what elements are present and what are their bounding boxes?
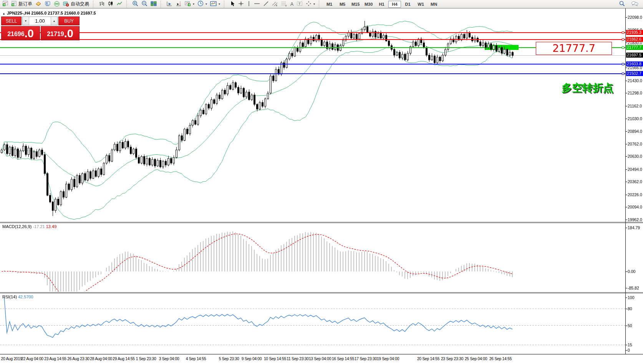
time-axis-label: 4 Sep 14:55: [186, 357, 206, 361]
support-line[interactable]: [0, 64, 625, 65]
price-axis-tick: 21430.0: [628, 78, 642, 83]
timeframe-h4[interactable]: H4: [388, 1, 401, 8]
annotation-text[interactable]: 多空转折点: [562, 81, 613, 95]
price-axis-tick: 20094.0: [628, 205, 642, 209]
periods-button[interactable]: ▾: [196, 0, 209, 8]
search-button[interactable]: [617, 0, 626, 8]
new-chart-button[interactable]: [1, 0, 10, 8]
template-icon: [210, 1, 217, 8]
time-axis-label: 20 Sep 14:55: [417, 357, 439, 361]
toolbar-separator: [93, 1, 96, 8]
zoom-in-button[interactable]: [131, 0, 140, 8]
panel-divider: [0, 293, 643, 293]
horizontal-line-icon: [254, 1, 260, 8]
rsi-value: 42.5700: [18, 295, 33, 299]
panel-divider[interactable]: [0, 292, 643, 293]
signals-button[interactable]: [52, 0, 61, 8]
timeframe-m15[interactable]: M15: [349, 1, 362, 8]
rsi-axis-tick: 0: [628, 348, 630, 352]
price-axis-tick: 20630.0: [628, 154, 642, 159]
tile-windows-button[interactable]: [149, 0, 158, 8]
market-watch-button[interactable]: [34, 0, 43, 8]
chevron-down-icon: ▾: [193, 2, 194, 6]
timeframe-d1[interactable]: D1: [401, 1, 414, 8]
auto-trading-button[interactable]: 自动交易: [61, 0, 91, 8]
time-axis-label: 16 Sep 14:55: [332, 357, 354, 361]
cursor-tool-button[interactable]: [228, 0, 237, 8]
price-level-label: 21935.3: [626, 30, 643, 35]
zoom-out-button[interactable]: [140, 0, 149, 8]
macd-indicator-label: MACD(12,26,9) -17.21 13.49: [2, 224, 56, 229]
line-anchor-marker[interactable]: [622, 38, 624, 41]
vertical-line-tool-button[interactable]: [245, 0, 252, 8]
time-axis-label: 29 Aug 14:55: [113, 357, 135, 361]
time-axis-label: 3 Sep 04:00: [159, 357, 179, 361]
auto-trading-icon: [63, 1, 69, 8]
line-anchor-marker[interactable]: [622, 46, 624, 49]
volume-input[interactable]: 1.00: [29, 17, 51, 25]
price-axis-tick: 21162.0: [628, 104, 642, 108]
timeframe-w1[interactable]: W1: [414, 1, 427, 8]
timeframe-mn[interactable]: MN: [428, 1, 440, 8]
price-axis-tick: 20494.0: [628, 167, 642, 172]
text-tool-button[interactable]: A: [289, 0, 295, 8]
timeframe-h1[interactable]: H1: [375, 1, 388, 8]
line-anchor-marker[interactable]: [622, 73, 624, 75]
price-axis-tick: 22098.0: [628, 15, 642, 20]
auto-scroll-button[interactable]: [165, 0, 174, 8]
volume-increase-button[interactable]: ▲: [51, 17, 57, 25]
sell-price-display[interactable]: 21696.0: [1, 26, 40, 40]
zoom-in-icon: [132, 0, 138, 8]
svg-text:T: T: [298, 2, 301, 6]
sell-button[interactable]: SELL: [1, 17, 22, 25]
collapse-panel-icon[interactable]: ▲: [2, 12, 5, 15]
arrows-tool-button[interactable]: ▾: [304, 0, 317, 8]
rsi-axis-tick: 15: [628, 342, 632, 347]
time-axis-line: [0, 354, 643, 354]
equidistant-channel-tool-button[interactable]: E: [270, 0, 280, 8]
buy-price-display[interactable]: 21719.0: [41, 26, 80, 40]
new-order-label: 新订单: [18, 1, 32, 7]
line-chart-button[interactable]: [115, 0, 124, 8]
templates-button[interactable]: ▾: [209, 0, 222, 8]
candlestick-chart-button[interactable]: [106, 0, 115, 8]
volume-decrease-button[interactable]: ▼: [23, 17, 29, 25]
resistance-line[interactable]: [0, 32, 625, 33]
toolbar: 新订单 自动交易: [0, 0, 643, 8]
horizontal-line-tool-button[interactable]: [252, 0, 262, 8]
timeframe-m1[interactable]: M1: [323, 1, 336, 8]
line-anchor-marker[interactable]: [622, 63, 624, 65]
buy-button[interactable]: BUY: [58, 17, 80, 25]
timeframe-m5[interactable]: M5: [336, 1, 349, 8]
rsi-axis-tick: 80: [628, 306, 632, 311]
price-callout[interactable]: 21777.7: [536, 42, 612, 55]
toolbar-separator: [319, 1, 322, 8]
bar-chart-button[interactable]: [97, 0, 106, 8]
community-chat-button[interactable]: [630, 0, 640, 8]
trendline-tool-button[interactable]: [262, 0, 270, 8]
chart-shift-button[interactable]: [174, 0, 183, 8]
crosshair-tool-button[interactable]: [237, 0, 245, 8]
pivot-line[interactable]: [0, 47, 485, 48]
price-level-label: 21697.5: [626, 53, 643, 58]
time-axis-label: 28 Aug 04:00: [90, 357, 112, 361]
terminal-button[interactable]: [43, 0, 52, 8]
chart-title-text: JPN225-,H4 21665.0 21737.5 21660.0 21697…: [7, 11, 96, 15]
cursor-icon: [230, 1, 235, 8]
panel-divider[interactable]: [0, 222, 643, 222]
timeframe-m30[interactable]: M30: [362, 1, 375, 8]
terminal-icon: [45, 1, 51, 8]
fibonacci-tool-button[interactable]: F: [280, 0, 289, 8]
line-anchor-marker[interactable]: [622, 31, 624, 34]
toolbar-separator: [161, 1, 163, 8]
zoom-out-icon: [141, 0, 147, 8]
text-label-tool-button[interactable]: T: [295, 0, 304, 8]
rsi-indicator-label: RSI(14) 42.5700: [2, 295, 33, 299]
one-click-trade-panel: SELL ▼ 1.00 ▲ BUY 21696.0 21719.0: [1, 17, 80, 40]
resistance-line[interactable]: [0, 39, 625, 40]
svg-text:F: F: [285, 5, 287, 7]
line-chart-icon: [116, 1, 123, 8]
indicators-button[interactable]: ▾: [183, 0, 196, 8]
new-order-button[interactable]: 新订单: [10, 0, 34, 8]
support-line[interactable]: [0, 73, 625, 74]
